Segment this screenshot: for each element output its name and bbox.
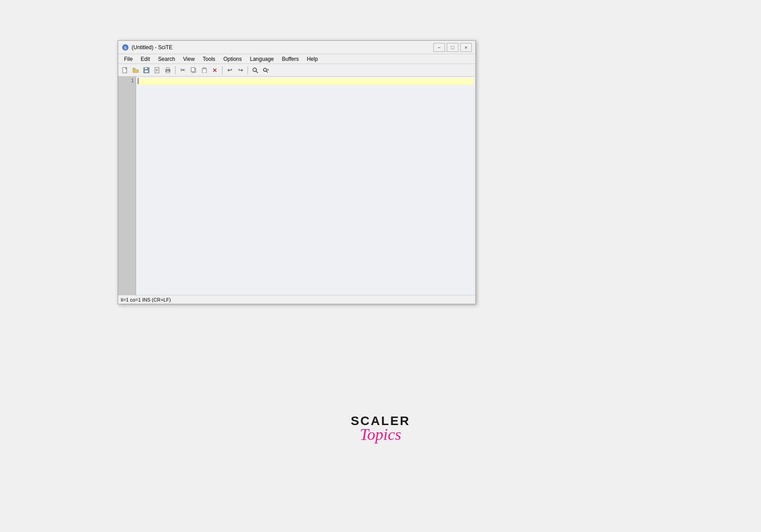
redo-icon: ↪	[238, 67, 243, 73]
menu-options[interactable]: Options	[219, 55, 246, 64]
menu-edit[interactable]: Edit	[137, 55, 154, 64]
toolbar: ✂ ✕ ↩ ↪	[118, 64, 475, 77]
svg-point-20	[264, 68, 267, 71]
maximize-button[interactable]: □	[447, 43, 458, 52]
find-next-icon	[263, 67, 269, 73]
editor-container: 1	[118, 77, 475, 295]
line-numbers: 1	[118, 77, 136, 295]
window-title: (Untitled) - SciTE	[132, 44, 172, 51]
toolbar-sep-3	[248, 66, 248, 74]
menu-help[interactable]: Help	[303, 55, 322, 64]
toolbar-open[interactable]	[131, 65, 141, 75]
svg-point-13	[169, 70, 170, 71]
svg-text:S: S	[124, 46, 127, 50]
svg-line-21	[266, 71, 268, 72]
svg-rect-5	[145, 70, 148, 72]
find-icon	[252, 67, 258, 73]
menu-buffers[interactable]: Buffers	[278, 55, 303, 64]
menu-language[interactable]: Language	[246, 55, 278, 64]
toolbar-new[interactable]	[120, 65, 130, 75]
topics-text: Topics	[351, 426, 410, 443]
svg-rect-12	[167, 71, 169, 73]
menu-tools[interactable]: Tools	[199, 55, 219, 64]
toolbar-find-next[interactable]	[261, 65, 271, 75]
minimize-button[interactable]: −	[433, 43, 445, 52]
close-file-icon	[154, 67, 160, 73]
svg-rect-15	[191, 68, 195, 72]
first-line	[138, 77, 474, 85]
toolbar-save[interactable]	[141, 65, 151, 75]
close-button[interactable]: ×	[460, 43, 472, 52]
menu-view[interactable]: View	[179, 55, 199, 64]
status-text: li=1 co=1 INS (CR+LF)	[121, 297, 171, 302]
toolbar-sep-1	[175, 66, 175, 74]
toolbar-close-file[interactable]	[152, 65, 162, 75]
print-icon	[165, 67, 171, 73]
status-bar: li=1 co=1 INS (CR+LF)	[118, 295, 475, 304]
toolbar-sep-2	[222, 66, 222, 74]
cut-icon: ✂	[180, 67, 185, 73]
title-bar: S (Untitled) - SciTE − □ ×	[118, 41, 475, 54]
toolbar-delete[interactable]: ✕	[210, 65, 220, 75]
paste-icon	[201, 67, 207, 73]
svg-line-19	[256, 71, 258, 73]
scaler-logo: SCALER Topics	[351, 414, 410, 443]
svg-rect-16	[202, 68, 206, 73]
svg-rect-11	[167, 68, 169, 69]
toolbar-paste[interactable]	[199, 65, 209, 75]
title-bar-left: S (Untitled) - SciTE	[122, 44, 172, 51]
toolbar-copy[interactable]	[188, 65, 198, 75]
undo-icon: ↩	[227, 67, 232, 73]
line-number-1: 1	[120, 77, 134, 85]
delete-icon: ✕	[212, 67, 218, 74]
toolbar-cut[interactable]: ✂	[178, 65, 188, 75]
menu-file[interactable]: File	[120, 55, 137, 64]
toolbar-undo[interactable]: ↩	[225, 65, 235, 75]
editor-content[interactable]	[136, 77, 475, 295]
toolbar-find[interactable]	[250, 65, 260, 75]
menu-search[interactable]: Search	[154, 55, 179, 64]
menu-bar: File Edit Search View Tools Options Lang…	[118, 54, 475, 64]
toolbar-redo[interactable]: ↪	[235, 65, 245, 75]
text-cursor	[138, 78, 138, 84]
scite-window: S (Untitled) - SciTE − □ × File Edit Sea…	[118, 40, 476, 304]
new-icon	[122, 67, 128, 73]
toolbar-print[interactable]	[163, 65, 173, 75]
open-icon	[133, 67, 139, 73]
title-bar-controls: − □ ×	[433, 43, 472, 52]
app-icon: S	[122, 44, 129, 51]
copy-icon	[191, 67, 197, 73]
svg-rect-4	[145, 68, 147, 69]
svg-rect-17	[203, 68, 205, 69]
save-icon	[143, 67, 150, 73]
svg-point-18	[253, 68, 257, 72]
